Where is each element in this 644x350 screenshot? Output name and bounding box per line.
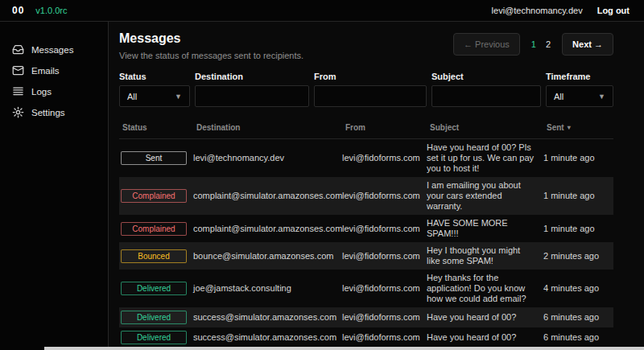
destination-cell: complaint@simulator.amazonses.com (193, 224, 342, 234)
sidebar-item-emails[interactable]: Emails (12, 64, 108, 77)
sent-cell: 2 minutes ago (543, 251, 613, 261)
status-badge: Complained (121, 189, 187, 203)
subject-cell: Have you heard of 00? (427, 312, 543, 323)
version-badge: v1.0.0rc (35, 6, 67, 15)
subject-cell: Hey thanks for the application! Do you k… (427, 273, 543, 304)
sidebar-item-label: Emails (31, 66, 60, 76)
logout-link[interactable]: Log out (597, 6, 630, 15)
sent-cell: 6 minutes ago (543, 332, 613, 343)
status-badge: Delivered (121, 311, 187, 324)
status-badge: Sent (121, 151, 187, 165)
user-email: levi@technomancy.dev (492, 6, 583, 15)
subject-filter-label: Subject (431, 72, 541, 81)
table-row[interactable]: Complained complaint@simulator.amazonses… (119, 177, 613, 215)
status-badge: Delivered (121, 282, 187, 295)
status-badge: Bounced (121, 249, 187, 263)
sent-cell: 4 minutes ago (543, 283, 613, 294)
inbox-icon (12, 43, 24, 56)
subject-cell: Have you heard of 00? Pls set it up for … (427, 142, 543, 174)
page-number-1[interactable]: 1 (531, 39, 536, 49)
from-filter-label: From (314, 72, 427, 81)
status-badge: Delivered (121, 331, 187, 344)
column-header-sent[interactable]: Sent ▾ (547, 123, 617, 132)
messages-table-body: Sent levi@technomancy.dev levi@fidoforms… (119, 139, 613, 350)
chevron-down-icon: ▼ (175, 93, 182, 101)
from-cell: levi@fidoforms.com (342, 251, 427, 261)
logs-icon (12, 85, 24, 97)
from-cell: levi@fidoforms.com (342, 191, 427, 201)
column-header-sent-label: Sent (547, 123, 564, 132)
from-cell: levi@fidoforms.com (342, 283, 427, 294)
status-badge: Complained (121, 222, 187, 236)
app-logo: 00 (12, 5, 24, 16)
table-row[interactable]: Complained complaint@simulator.amazonses… (119, 215, 613, 242)
table-row[interactable]: Delivered success@simulator.amazonses.co… (119, 327, 613, 348)
sort-descending-icon: ▾ (568, 124, 571, 131)
destination-cell: complaint@simulator.amazonses.com (193, 191, 342, 201)
status-select[interactable]: All ▼ (119, 85, 190, 107)
sent-cell: 1 minute ago (543, 153, 613, 163)
main-content: Messages View the status of messages sen… (109, 22, 644, 350)
envelope-icon (12, 64, 24, 76)
pagination: ← Previous 1 2 Next → (453, 33, 613, 56)
messages-table: Status Destination From Subject Sent ▾ S… (119, 120, 613, 350)
bottom-edge-strip (44, 347, 644, 350)
table-header: Status Destination From Subject Sent ▾ (119, 120, 613, 139)
subject-cell: Have you heard of 00? (427, 332, 543, 343)
destination-cell: bounce@simulator.amazonses.com (193, 251, 342, 261)
destination-cell: success@simulator.amazonses.com (193, 312, 342, 323)
page-title: Messages (119, 31, 303, 46)
table-row[interactable]: Bounced bounce@simulator.amazonses.com l… (119, 242, 613, 270)
gear-icon (12, 106, 24, 118)
chevron-down-icon: ▼ (598, 93, 605, 101)
subject-cell: I am emailing you about your cars extend… (427, 180, 543, 212)
timeframe-filter-label: Timeframe (546, 72, 613, 81)
destination-cell: levi@technomancy.dev (193, 153, 342, 163)
timeframe-select-value: All (554, 92, 564, 101)
from-cell: levi@fidoforms.com (342, 332, 427, 343)
destination-filter-label: Destination (195, 72, 309, 81)
status-select-value: All (127, 92, 137, 101)
from-cell: levi@fidoforms.com (342, 224, 427, 234)
subject-input[interactable] (431, 85, 541, 107)
sidebar-item-label: Settings (31, 108, 65, 117)
destination-input[interactable] (195, 85, 309, 107)
table-row[interactable]: Delivered success@simulator.amazonses.co… (119, 307, 613, 327)
column-header-status[interactable]: Status (122, 123, 196, 132)
sent-cell: 6 minutes ago (543, 312, 613, 323)
sidebar-item-logs[interactable]: Logs (12, 84, 108, 98)
subject-cell: HAVE SOME MORE SPAM!!! (427, 218, 543, 239)
subject-cell: Hey I thought you might like some SPAM! (427, 245, 543, 266)
destination-cell: joe@jamstack.consulting (193, 283, 342, 294)
page-number-2[interactable]: 2 (546, 39, 551, 49)
from-cell: levi@fidoforms.com (342, 312, 427, 323)
topbar: 00 v1.0.0rc levi@technomancy.dev Log out (0, 0, 644, 22)
sidebar: Messages Emails Logs Settings (0, 22, 109, 350)
column-header-destination[interactable]: Destination (196, 123, 345, 132)
app-window: 00 v1.0.0rc levi@technomancy.dev Log out… (0, 0, 644, 350)
column-header-from[interactable]: From (345, 123, 430, 132)
column-header-subject[interactable]: Subject (430, 123, 547, 132)
status-filter-label: Status (119, 72, 190, 81)
sidebar-item-label: Logs (31, 87, 52, 97)
previous-button[interactable]: ← Previous (453, 33, 520, 56)
next-button[interactable]: Next → (562, 33, 613, 56)
page-subtitle: View the status of messages sent to reci… (119, 51, 303, 60)
sidebar-item-settings[interactable]: Settings (12, 105, 108, 119)
from-input[interactable] (314, 85, 427, 107)
sidebar-item-messages[interactable]: Messages (12, 43, 108, 56)
sent-cell: 1 minute ago (543, 224, 613, 234)
destination-cell: success@simulator.amazonses.com (193, 332, 342, 343)
from-cell: levi@fidoforms.com (342, 153, 427, 163)
filters-bar: Status All ▼ Destination From Subject (119, 72, 613, 107)
table-row[interactable]: Sent levi@technomancy.dev levi@fidoforms… (119, 139, 613, 177)
table-row[interactable]: Delivered joe@jamstack.consulting levi@f… (119, 270, 613, 307)
sent-cell: 1 minute ago (543, 191, 613, 201)
sidebar-item-label: Messages (31, 45, 73, 55)
timeframe-select[interactable]: All ▼ (546, 85, 613, 107)
